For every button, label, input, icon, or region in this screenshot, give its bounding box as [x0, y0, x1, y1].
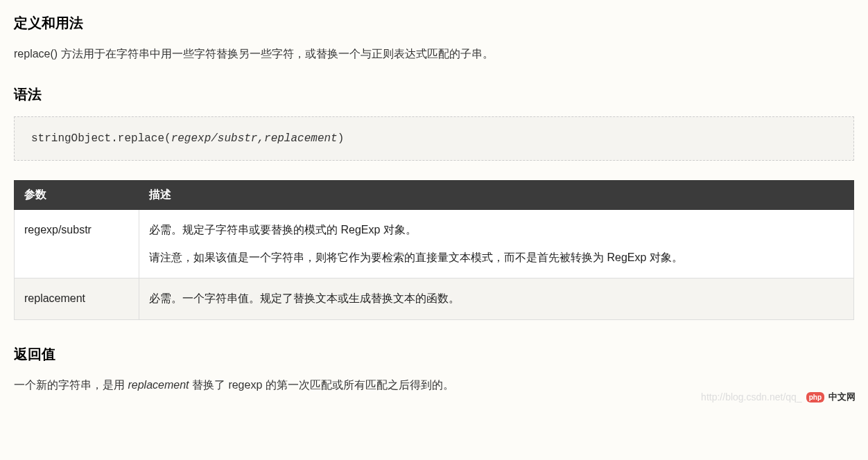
syntax-heading: 语法: [14, 85, 854, 104]
watermark-blog-url: http://blog.csdn.net/qq_: [701, 391, 802, 402]
param-desc-line: 必需。规定子字符串或要替换的模式的 RegExp 对象。: [149, 220, 844, 240]
table-header-row: 参数 描述: [15, 180, 854, 209]
definition-heading: 定义和用法: [14, 14, 854, 33]
logo-text: 中文网: [828, 391, 856, 403]
table-header-desc: 描述: [139, 180, 854, 209]
param-desc-line: 请注意，如果该值是一个字符串，则将它作为要检索的直接量文本模式，而不是首先被转换…: [149, 247, 844, 268]
watermark: http://blog.csdn.net/qq_ php 中文网: [701, 391, 856, 403]
param-desc-cell: 必需。规定子字符串或要替换的模式的 RegExp 对象。 请注意，如果该值是一个…: [139, 209, 854, 278]
param-desc-line: 必需。一个字符串值。规定了替换文本或生成替换文本的函数。: [149, 292, 460, 304]
return-italic: replacement: [128, 379, 189, 391]
syntax-code-block: stringObject.replace(regexp/substr,repla…: [14, 116, 854, 161]
table-row: regexp/substr 必需。规定子字符串或要替换的模式的 RegExp 对…: [15, 209, 854, 278]
code-suffix: ): [338, 132, 345, 145]
code-prefix: stringObject.replace(: [31, 132, 171, 145]
return-heading: 返回值: [14, 345, 854, 364]
param-name-cell: regexp/substr: [15, 209, 139, 278]
param-name-cell: replacement: [15, 278, 139, 319]
logo-badge-icon: php: [806, 392, 824, 402]
code-args: regexp/substr,replacement: [171, 132, 338, 145]
table-row: replacement 必需。一个字符串值。规定了替换文本或生成替换文本的函数。: [15, 278, 854, 319]
return-prefix: 一个新的字符串，是用: [14, 379, 128, 391]
return-suffix: 替换了 regexp 的第一次匹配或所有匹配之后得到的。: [189, 379, 454, 391]
param-desc-cell: 必需。一个字符串值。规定了替换文本或生成替换文本的函数。: [139, 278, 854, 319]
definition-text: replace() 方法用于在字符串中用一些字符替换另一些字符，或替换一个与正则…: [14, 45, 854, 63]
parameters-table: 参数 描述 regexp/substr 必需。规定子字符串或要替换的模式的 Re…: [14, 180, 854, 320]
table-header-param: 参数: [15, 180, 139, 209]
